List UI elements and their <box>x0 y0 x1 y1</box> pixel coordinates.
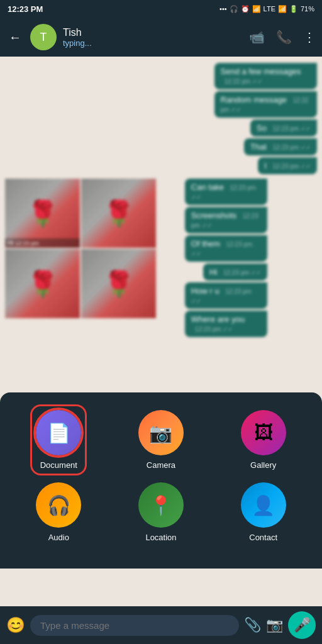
camera-icon-circle: 📷 <box>138 410 184 455</box>
location-icon: 📍 <box>149 494 172 516</box>
call-button[interactable]: 📞 <box>276 30 292 45</box>
gallery-label: Gallery <box>250 460 276 470</box>
battery-percent: 71% <box>301 5 314 13</box>
headphone-icon: 🎧 <box>230 5 238 13</box>
contact-icon-circle: 👤 <box>241 482 286 528</box>
contact-label: Contact <box>249 533 277 542</box>
header-actions: 📹 📞 ⋮ <box>249 30 316 45</box>
wifi-icon: 📶 <box>278 5 287 13</box>
mic-icon: 🎤 <box>294 617 311 633</box>
status-icons: ••• 🎧 ⏰ 📶 LTE 📶 🔋 71% <box>219 5 314 13</box>
back-button[interactable]: ← <box>6 28 24 47</box>
location-icon-circle: 📍 <box>138 482 184 528</box>
contact-status: typing... <box>63 38 243 48</box>
message-bubble: Send a few messages 12:22 pm ✓✓ <box>214 63 318 89</box>
message-bubble: Of them 12:23 pm ✓✓ <box>185 235 268 262</box>
camera-label: Camera <box>147 460 175 470</box>
gallery-icon: 🖼 <box>254 422 273 443</box>
message-bubble: Screenshots 12:23 pm ✓✓ <box>185 207 268 233</box>
image-cell <box>81 249 156 318</box>
camera-icon: 📷 <box>149 422 172 444</box>
attach-contact-button[interactable]: 👤 Contact <box>241 482 286 542</box>
camera-capture-button[interactable]: 📷 <box>266 617 283 633</box>
document-icon: 📄 <box>47 422 70 444</box>
status-time: 12:23 PM <box>8 4 43 14</box>
attachment-panel: 📄 Document 📷 Camera 🖼 Gallery <box>0 392 322 569</box>
attachment-grid: 📄 Document 📷 Camera 🖼 Gallery <box>13 410 309 542</box>
message-bubble: Where are you 12:23 pm ✓✓ <box>185 311 268 337</box>
bottom-bar: 😊 📎 📷 🎤 <box>0 606 322 644</box>
status-bar: 12:23 PM ••• 🎧 ⏰ 📶 LTE 📶 🔋 71% <box>0 0 322 18</box>
attachment-button[interactable]: 📎 <box>244 617 261 633</box>
emoji-button[interactable]: 😊 <box>6 616 25 634</box>
message-bubble: I 12:23 pm ✓✓ <box>258 157 317 174</box>
contact-info[interactable]: Tish typing... <box>63 27 243 48</box>
message-bubble: That 12:23 pm ✓✓ <box>244 138 317 155</box>
audio-icon-circle: 🎧 <box>36 482 81 528</box>
message-bubble: Random message 12:22 pm ✓✓ <box>214 91 318 118</box>
contact-avatar[interactable]: T <box>30 24 57 50</box>
battery-icon: 🔋 <box>289 5 298 13</box>
alarm-icon: ⏰ <box>241 5 250 13</box>
image-cell <box>81 179 156 248</box>
mic-button[interactable]: 🎤 <box>288 611 316 639</box>
lte-icon: LTE <box>264 5 275 13</box>
gallery-icon-circle: 🖼 <box>241 410 286 455</box>
message-bubble: Hi 12:23 pm ✓✓ <box>203 264 267 280</box>
contact-name: Tish <box>63 27 243 38</box>
attach-location-button[interactable]: 📍 Location <box>138 482 184 542</box>
chat-messages: Send a few messages 12:22 pm ✓✓ Random m… <box>0 57 322 346</box>
attach-audio-button[interactable]: 🎧 Audio <box>36 482 81 542</box>
document-icon-circle: 📄 <box>36 410 81 455</box>
document-label: Document <box>40 460 77 470</box>
audio-label: Audio <box>48 533 69 542</box>
message-bubble: Can take 12:23 pm ✓✓ <box>185 179 268 205</box>
attach-camera-button[interactable]: 📷 Camera <box>138 410 184 470</box>
chat-area: Send a few messages 12:22 pm ✓✓ Random m… <box>0 57 322 606</box>
chat-header: ← T Tish typing... 📹 📞 ⋮ <box>0 18 322 57</box>
message-input[interactable] <box>30 615 239 636</box>
network-icon: 📶 <box>252 5 261 13</box>
video-call-button[interactable]: 📹 <box>249 30 265 45</box>
message-bubble: So 12:23 pm ✓✓ <box>250 119 317 136</box>
contact-icon: 👤 <box>252 494 275 516</box>
audio-icon: 🎧 <box>47 494 70 516</box>
more-options-button[interactable]: ⋮ <box>303 30 316 45</box>
message-bubble: How r u 12:23 pm ✓✓ <box>185 282 268 309</box>
image-grid: Hi 12:23 pm <box>5 179 156 318</box>
signal-icon: ••• <box>219 5 227 13</box>
attach-gallery-button[interactable]: 🖼 Gallery <box>241 410 286 470</box>
location-label: Location <box>145 533 176 542</box>
image-cell: Hi 12:23 pm <box>5 179 80 248</box>
image-cell <box>5 249 80 318</box>
attach-document-button[interactable]: 📄 Document <box>36 410 81 470</box>
